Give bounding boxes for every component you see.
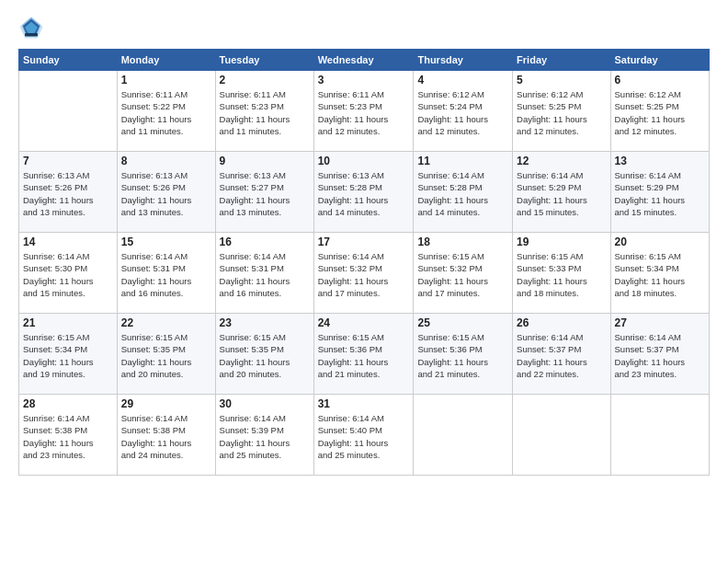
day-cell xyxy=(610,395,709,476)
day-number: 28 xyxy=(23,397,113,410)
day-cell: 15Sunrise: 6:14 AMSunset: 5:31 PMDayligh… xyxy=(117,233,215,314)
day-cell: 9Sunrise: 6:13 AMSunset: 5:27 PMDaylight… xyxy=(215,152,313,233)
weekday-header-saturday: Saturday xyxy=(610,50,709,71)
day-number: 15 xyxy=(121,236,211,248)
weekday-header-monday: Monday xyxy=(117,50,215,71)
day-info: Sunrise: 6:14 AMSunset: 5:38 PMDaylight:… xyxy=(23,412,113,461)
week-row-2: 7Sunrise: 6:13 AMSunset: 5:26 PMDaylight… xyxy=(19,152,710,233)
day-cell: 29Sunrise: 6:14 AMSunset: 5:38 PMDayligh… xyxy=(117,395,215,476)
header xyxy=(18,14,710,40)
day-cell: 11Sunrise: 6:14 AMSunset: 5:28 PMDayligh… xyxy=(414,152,513,233)
weekday-header-row: SundayMondayTuesdayWednesdayThursdayFrid… xyxy=(19,50,710,71)
day-cell: 4Sunrise: 6:12 AMSunset: 5:24 PMDaylight… xyxy=(414,71,513,152)
day-cell: 3Sunrise: 6:11 AMSunset: 5:23 PMDaylight… xyxy=(313,71,414,152)
day-info: Sunrise: 6:15 AMSunset: 5:35 PMDaylight:… xyxy=(121,331,211,380)
day-info: Sunrise: 6:13 AMSunset: 5:26 PMDaylight:… xyxy=(23,169,113,218)
day-number: 4 xyxy=(417,74,508,86)
week-row-1: 1Sunrise: 6:11 AMSunset: 5:22 PMDaylight… xyxy=(19,71,710,152)
day-cell: 22Sunrise: 6:15 AMSunset: 5:35 PMDayligh… xyxy=(117,314,215,395)
day-number: 14 xyxy=(23,236,113,248)
day-number: 24 xyxy=(318,316,410,329)
day-cell: 25Sunrise: 6:15 AMSunset: 5:36 PMDayligh… xyxy=(414,314,513,395)
day-number: 25 xyxy=(417,316,508,329)
day-info: Sunrise: 6:14 AMSunset: 5:31 PMDaylight:… xyxy=(220,250,310,299)
day-info: Sunrise: 6:14 AMSunset: 5:29 PMDaylight:… xyxy=(517,169,606,218)
day-number: 29 xyxy=(121,397,211,410)
day-info: Sunrise: 6:13 AMSunset: 5:26 PMDaylight:… xyxy=(121,169,211,218)
page: SundayMondayTuesdayWednesdayThursdayFrid… xyxy=(0,0,728,563)
day-cell: 17Sunrise: 6:14 AMSunset: 5:32 PMDayligh… xyxy=(313,233,414,314)
day-cell: 1Sunrise: 6:11 AMSunset: 5:22 PMDaylight… xyxy=(117,71,215,152)
day-info: Sunrise: 6:14 AMSunset: 5:30 PMDaylight:… xyxy=(23,250,113,299)
week-row-5: 28Sunrise: 6:14 AMSunset: 5:38 PMDayligh… xyxy=(19,395,710,476)
logo-icon xyxy=(18,14,44,40)
weekday-header-thursday: Thursday xyxy=(414,50,513,71)
day-number: 31 xyxy=(318,397,410,410)
weekday-header-sunday: Sunday xyxy=(19,50,118,71)
day-number: 10 xyxy=(318,155,410,167)
day-info: Sunrise: 6:15 AMSunset: 5:35 PMDaylight:… xyxy=(220,331,310,380)
day-info: Sunrise: 6:14 AMSunset: 5:31 PMDaylight:… xyxy=(121,250,211,299)
logo xyxy=(18,14,48,40)
day-info: Sunrise: 6:12 AMSunset: 5:24 PMDaylight:… xyxy=(417,88,508,137)
week-row-4: 21Sunrise: 6:15 AMSunset: 5:34 PMDayligh… xyxy=(19,314,710,395)
day-number: 1 xyxy=(121,74,211,86)
day-cell xyxy=(19,71,118,152)
day-cell xyxy=(513,395,610,476)
day-cell: 13Sunrise: 6:14 AMSunset: 5:29 PMDayligh… xyxy=(610,152,709,233)
day-info: Sunrise: 6:14 AMSunset: 5:37 PMDaylight:… xyxy=(615,331,705,380)
day-number: 13 xyxy=(615,155,705,167)
day-number: 17 xyxy=(318,236,410,248)
day-number: 16 xyxy=(220,236,310,248)
day-cell: 2Sunrise: 6:11 AMSunset: 5:23 PMDaylight… xyxy=(215,71,313,152)
day-info: Sunrise: 6:14 AMSunset: 5:32 PMDaylight:… xyxy=(318,250,410,299)
day-number: 5 xyxy=(517,74,606,86)
day-cell: 28Sunrise: 6:14 AMSunset: 5:38 PMDayligh… xyxy=(19,395,118,476)
day-info: Sunrise: 6:14 AMSunset: 5:29 PMDaylight:… xyxy=(615,169,705,218)
day-info: Sunrise: 6:14 AMSunset: 5:40 PMDaylight:… xyxy=(318,412,410,461)
day-cell: 10Sunrise: 6:13 AMSunset: 5:28 PMDayligh… xyxy=(313,152,414,233)
day-number: 18 xyxy=(417,236,508,248)
day-number: 19 xyxy=(517,236,606,248)
weekday-header-tuesday: Tuesday xyxy=(215,50,313,71)
day-info: Sunrise: 6:15 AMSunset: 5:36 PMDaylight:… xyxy=(318,331,410,380)
day-cell: 6Sunrise: 6:12 AMSunset: 5:25 PMDaylight… xyxy=(610,71,709,152)
day-cell: 14Sunrise: 6:14 AMSunset: 5:30 PMDayligh… xyxy=(19,233,118,314)
day-number: 26 xyxy=(517,316,606,329)
day-number: 3 xyxy=(318,74,410,86)
day-info: Sunrise: 6:13 AMSunset: 5:28 PMDaylight:… xyxy=(318,169,410,218)
day-number: 6 xyxy=(615,74,705,86)
day-cell: 8Sunrise: 6:13 AMSunset: 5:26 PMDaylight… xyxy=(117,152,215,233)
day-info: Sunrise: 6:12 AMSunset: 5:25 PMDaylight:… xyxy=(615,88,705,137)
day-number: 27 xyxy=(615,316,705,329)
day-number: 12 xyxy=(517,155,606,167)
day-info: Sunrise: 6:15 AMSunset: 5:33 PMDaylight:… xyxy=(517,250,606,299)
day-info: Sunrise: 6:14 AMSunset: 5:37 PMDaylight:… xyxy=(517,331,606,380)
day-number: 7 xyxy=(23,155,113,167)
day-info: Sunrise: 6:15 AMSunset: 5:36 PMDaylight:… xyxy=(417,331,508,380)
day-number: 9 xyxy=(220,155,310,167)
day-cell: 30Sunrise: 6:14 AMSunset: 5:39 PMDayligh… xyxy=(215,395,313,476)
day-cell: 19Sunrise: 6:15 AMSunset: 5:33 PMDayligh… xyxy=(513,233,610,314)
day-info: Sunrise: 6:14 AMSunset: 5:38 PMDaylight:… xyxy=(121,412,211,461)
day-cell: 12Sunrise: 6:14 AMSunset: 5:29 PMDayligh… xyxy=(513,152,610,233)
day-cell: 5Sunrise: 6:12 AMSunset: 5:25 PMDaylight… xyxy=(513,71,610,152)
day-cell: 24Sunrise: 6:15 AMSunset: 5:36 PMDayligh… xyxy=(313,314,414,395)
day-number: 30 xyxy=(220,397,310,410)
calendar: SundayMondayTuesdayWednesdayThursdayFrid… xyxy=(18,49,710,476)
day-cell: 21Sunrise: 6:15 AMSunset: 5:34 PMDayligh… xyxy=(19,314,118,395)
day-cell: 16Sunrise: 6:14 AMSunset: 5:31 PMDayligh… xyxy=(215,233,313,314)
day-cell: 26Sunrise: 6:14 AMSunset: 5:37 PMDayligh… xyxy=(513,314,610,395)
day-info: Sunrise: 6:12 AMSunset: 5:25 PMDaylight:… xyxy=(517,88,606,137)
weekday-header-friday: Friday xyxy=(513,50,610,71)
day-number: 8 xyxy=(121,155,211,167)
day-info: Sunrise: 6:14 AMSunset: 5:39 PMDaylight:… xyxy=(220,412,310,461)
day-info: Sunrise: 6:11 AMSunset: 5:23 PMDaylight:… xyxy=(318,88,410,137)
day-info: Sunrise: 6:15 AMSunset: 5:34 PMDaylight:… xyxy=(615,250,705,299)
day-number: 20 xyxy=(615,236,705,248)
day-cell: 18Sunrise: 6:15 AMSunset: 5:32 PMDayligh… xyxy=(414,233,513,314)
day-number: 2 xyxy=(220,74,310,86)
svg-rect-5 xyxy=(25,33,38,37)
day-info: Sunrise: 6:11 AMSunset: 5:22 PMDaylight:… xyxy=(121,88,211,137)
day-cell: 23Sunrise: 6:15 AMSunset: 5:35 PMDayligh… xyxy=(215,314,313,395)
